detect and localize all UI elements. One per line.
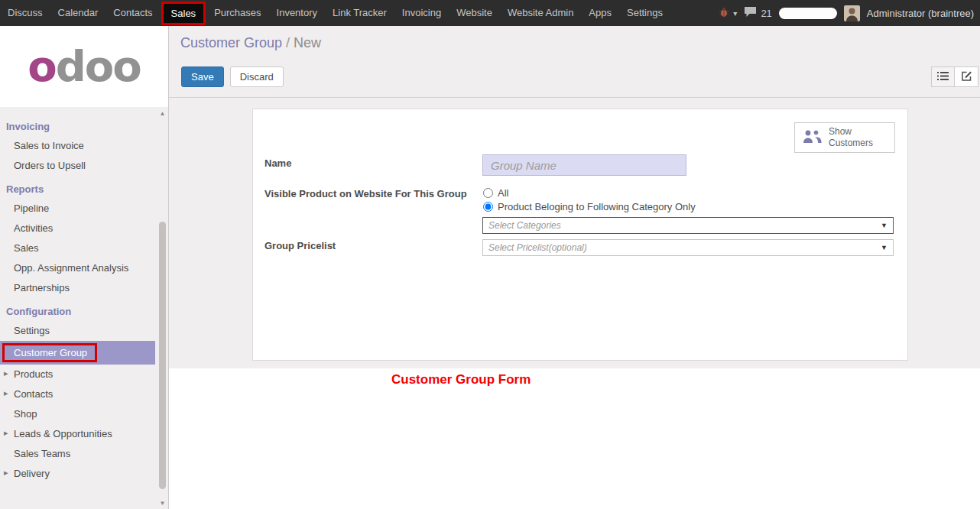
topnav-item-discuss[interactable]: Discuss [0,0,50,26]
sidebar-item-contacts[interactable]: ▸Contacts [0,384,168,404]
chat-bubble-icon [744,6,757,20]
sidebar-item-shop[interactable]: Shop [0,404,168,424]
sidebar-item-label: Orders to Upsell [14,160,86,171]
group-name-input[interactable] [482,154,686,176]
logo-letter: d [56,41,85,91]
sidebar-item-sales[interactable]: Sales [0,238,168,258]
sidebar-item-orders-to-upsell[interactable]: Orders to Upsell [0,156,168,176]
pricelist-select[interactable]: Select Pricelist(optional) ▼ [482,239,894,256]
user-menu[interactable]: Administrator (braintree) [867,8,974,19]
odoo-logo[interactable]: odoo [28,45,141,88]
topnav-item-invoicing[interactable]: Invoicing [394,0,449,26]
logo-area: odoo [0,26,168,107]
sidebar-item-label: Activities [14,222,53,234]
sidebar-item-sales-to-invoice[interactable]: Sales to Invoice [0,136,168,156]
topnav-item-sales[interactable]: Sales [161,2,206,25]
topnav-item-settings[interactable]: Settings [619,0,670,26]
breadcrumb-current: New [294,35,321,50]
expand-caret-icon: ▸ [4,368,8,378]
sidebar-item-label: Partnerships [14,282,70,293]
topnav-item-link-tracker[interactable]: Link Tracker [325,0,394,26]
form-view-button[interactable] [955,66,978,87]
annotation-caption: Customer Group Form [391,372,531,387]
top-navbar: DiscussCalendarContactsSalesPurchasesInv… [0,0,980,26]
sidebar-item-leads-opportunities[interactable]: ▸Leads & Opportunities [0,424,168,444]
logo-letter: o [28,41,55,91]
sidebar-item-settings[interactable]: Settings [0,321,168,341]
edit-form-icon [961,70,972,84]
list-icon [937,71,949,83]
sidebar-item-label: Delivery [14,468,50,479]
messages-button[interactable]: 21 [744,6,771,20]
form-sheet: Show Customers Name Visible Product on W… [252,109,908,361]
sidebar-item-label: Leads & Opportunities [14,428,112,439]
topnav-item-inventory[interactable]: Inventory [269,0,325,26]
topnav-item-calendar[interactable]: Calendar [50,0,106,26]
sidebar-section-reports: Reports [0,176,168,199]
control-buttons: Save Discard [181,66,284,87]
debug-bug-icon[interactable] [719,7,729,20]
discard-button[interactable]: Discard [230,66,284,87]
messages-count: 21 [761,8,771,19]
users-icon [801,129,823,147]
radio-label: Product Beloging to Following Category O… [498,201,696,212]
left-sidebar: odoo InvoicingSales to InvoiceOrders to … [0,26,169,509]
expand-caret-icon: ▸ [4,428,8,438]
select-caret-icon: ▼ [881,244,888,251]
sidebar-item-label: Pipeline [14,203,49,214]
expand-caret-icon: ▸ [4,468,8,478]
sidebar-item-products[interactable]: ▸Products [0,365,168,384]
radio-label: All [498,187,508,199]
show-customers-button[interactable]: Show Customers [794,122,895,153]
sidebar-item-label: Contacts [14,388,53,400]
form-view-background: Show Customers Name Visible Product on W… [169,98,980,368]
pricelist-label: Group Pricelist [264,240,336,251]
sidebar-item-delivery[interactable]: ▸Delivery [0,464,168,484]
logo-letter: o [85,41,112,91]
radio-input[interactable] [483,202,493,212]
sidebar-item-activities[interactable]: Activities [0,219,168,238]
topnav-item-website[interactable]: Website [449,0,500,26]
scrollbar-thumb[interactable] [159,222,166,489]
name-label: Name [264,157,291,169]
view-switcher [931,66,978,87]
content-area: Show Customers Name Visible Product on W… [169,98,980,509]
sidebar-item-label: Sales [14,242,39,254]
list-view-button[interactable] [931,66,955,87]
sidebar-item-label: Opp. Assignment Analysis [14,262,128,274]
breadcrumb-separator: / [286,35,290,50]
save-button[interactable]: Save [181,66,224,87]
sidebar-section-configuration: Configuration [0,298,168,321]
visibility-options: AllProduct Beloging to Following Categor… [483,187,696,215]
sidebar-item-label: Customer Group [2,343,97,362]
radio-option-all[interactable]: All [483,187,696,199]
sidebar-item-label: Sales to Invoice [14,140,84,151]
topnav-item-website-admin[interactable]: Website Admin [500,0,581,26]
sidebar-scrollbar[interactable]: ▲ ▼ [157,109,167,509]
sidebar-item-customer-group[interactable]: Customer Group [0,341,155,365]
sidebar-section-invoicing: Invoicing [0,113,168,136]
sidebar-item-label: Products [14,368,53,380]
radio-option-product-beloging-to-following-category-only[interactable]: Product Beloging to Following Category O… [483,201,696,212]
status-pill-widget[interactable] [779,8,837,19]
logo-letter: o [112,41,140,91]
sidebar-item-partnerships[interactable]: Partnerships [0,278,168,298]
main-area: Customer Group/New Save Discard [169,26,980,509]
breadcrumb-parent[interactable]: Customer Group [180,35,282,50]
topnav-item-apps[interactable]: Apps [581,0,619,26]
scroll-up-icon[interactable]: ▲ [157,110,167,117]
sidebar-item-pipeline[interactable]: Pipeline [0,199,168,219]
topnav-item-purchases[interactable]: Purchases [206,0,268,26]
sidebar-item-sales-teams[interactable]: Sales Teams [0,444,168,464]
caret-down-icon[interactable]: ▾ [733,9,737,18]
categories-placeholder: Select Categories [488,220,881,231]
categories-select[interactable]: Select Categories ▼ [482,217,894,234]
breadcrumb: Customer Group/New [180,35,321,51]
topnav-item-contacts[interactable]: Contacts [105,0,160,26]
avatar[interactable] [844,5,860,21]
sidebar-item-opp-assignment-analysis[interactable]: Opp. Assignment Analysis [0,258,168,278]
radio-input[interactable] [483,188,493,198]
scroll-down-icon[interactable]: ▼ [157,500,167,507]
sidebar-item-label: Settings [14,325,50,336]
topnav-menu: DiscussCalendarContactsSalesPurchasesInv… [0,0,670,26]
